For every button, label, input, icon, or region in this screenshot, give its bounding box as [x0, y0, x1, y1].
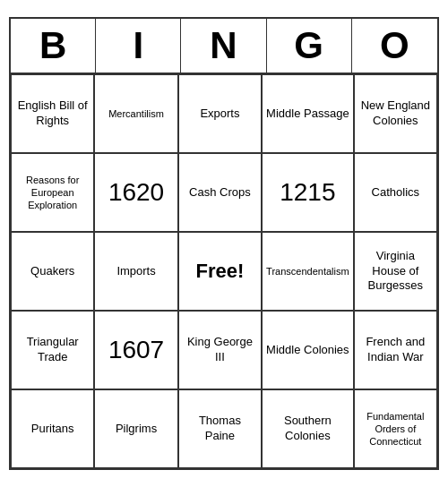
bingo-cell-6: 1620 — [94, 153, 177, 232]
bingo-cell-22: Thomas Paine — [178, 389, 262, 468]
bingo-cell-15: Triangular Trade — [11, 311, 94, 389]
bingo-cell-20: Puritans — [11, 389, 94, 468]
bingo-cell-18: Middle Colonies — [262, 311, 354, 389]
bingo-grid: English Bill of RightsMercantilismExport… — [11, 74, 437, 468]
bingo-cell-16: 1607 — [94, 311, 177, 389]
bingo-card: BINGO English Bill of RightsMercantilism… — [9, 17, 439, 470]
bingo-cell-21: Pilgrims — [94, 389, 177, 468]
bingo-cell-0: English Bill of Rights — [11, 74, 94, 153]
header-letter-G: G — [267, 19, 352, 73]
bingo-cell-14: Virginia House of Burgesses — [354, 232, 437, 311]
bingo-cell-17: King George III — [178, 311, 262, 389]
bingo-cell-23: Southern Colonies — [262, 389, 354, 468]
header-letter-I: I — [96, 19, 181, 73]
header-letter-N: N — [181, 19, 266, 73]
bingo-cell-1: Mercantilism — [94, 74, 177, 153]
bingo-cell-13: Transcendentalism — [262, 232, 354, 311]
bingo-cell-3: Middle Passage — [262, 74, 354, 153]
header-letter-O: O — [352, 19, 437, 73]
bingo-cell-24: Fundamental Orders of Connecticut — [354, 389, 437, 468]
bingo-cell-5: Reasons for European Exploration — [11, 153, 94, 232]
bingo-cell-2: Exports — [178, 74, 262, 153]
bingo-header: BINGO — [11, 19, 437, 74]
bingo-cell-8: 1215 — [262, 153, 354, 232]
bingo-cell-11: Imports — [94, 232, 177, 311]
bingo-cell-9: Catholics — [354, 153, 437, 232]
header-letter-B: B — [11, 19, 96, 73]
bingo-cell-12: Free! — [178, 232, 262, 311]
bingo-cell-19: French and Indian War — [354, 311, 437, 389]
bingo-cell-4: New England Colonies — [354, 74, 437, 153]
bingo-cell-7: Cash Crops — [178, 153, 262, 232]
bingo-cell-10: Quakers — [11, 232, 94, 311]
